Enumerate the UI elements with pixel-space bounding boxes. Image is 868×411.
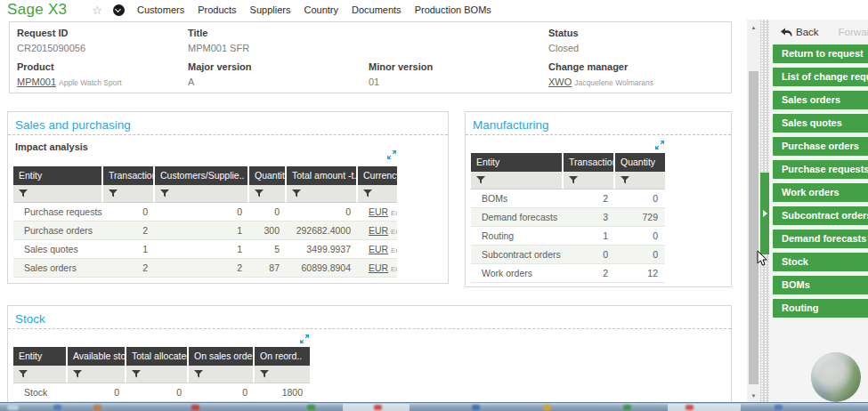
expand-icon[interactable] (386, 149, 397, 162)
cell-transactions: 2 (564, 264, 615, 283)
product-name: Apple Watch Sport (59, 78, 122, 87)
stock-table: Entity Available sto.. Total allocated O… (13, 347, 310, 402)
change-manager-label: Change manager (548, 61, 727, 72)
nav-item-production-boms[interactable]: Production BOMs (415, 4, 491, 15)
currency-link[interactable]: EUR (369, 225, 388, 236)
cell-entity: BOMs (471, 189, 564, 208)
currency-name: Euro (391, 265, 397, 273)
filter-cell[interactable] (68, 366, 126, 383)
change-manager-code-link[interactable]: XWO (548, 77, 572, 87)
table-row[interactable]: Sales orders 2 2 87 60899.8904 EUR Euro (13, 259, 397, 278)
taskbar-app-icon[interactable] (53, 405, 61, 410)
table-row[interactable]: Subcontract orders 0 0 (471, 246, 665, 264)
filter-cell[interactable] (358, 185, 397, 203)
filter-icon (109, 189, 118, 197)
sidebar-button-demand-forecasts[interactable]: Demand forecasts (773, 230, 868, 248)
start-orb-icon[interactable] (7, 405, 19, 410)
vertical-scrollbar[interactable]: ▲ ▼ (747, 20, 760, 402)
filter-icon (160, 189, 169, 197)
product-label: Product (17, 61, 177, 72)
table-row[interactable]: Sales quotes 1 1 5 3499.9937 EUR Euro (13, 240, 397, 259)
taskbar-app-icon[interactable] (307, 405, 315, 410)
taskbar-app-icon[interactable] (685, 405, 694, 410)
field-request-id: Request ID CR2015090056 (10, 22, 181, 56)
filter-cell[interactable] (13, 366, 68, 383)
nav-item-country[interactable]: Country (304, 4, 338, 15)
forward-button[interactable]: Forward (839, 27, 868, 37)
filter-icon (73, 370, 82, 378)
nav-item-documents[interactable]: Documents (352, 4, 402, 15)
cell-entity: Sales orders (13, 259, 103, 278)
filter-cell[interactable] (103, 185, 155, 203)
taskbar-app-icon[interactable] (191, 405, 199, 410)
filter-cell[interactable] (126, 366, 189, 383)
filter-cell[interactable] (471, 172, 564, 189)
cell-entity: Routing (471, 227, 564, 246)
table-row[interactable]: Stock 0 0 0 1800 (13, 383, 310, 402)
sidebar-button-sales-quotes[interactable]: Sales quotes (773, 114, 868, 133)
expand-icon[interactable] (654, 140, 665, 152)
cell-currency: EUR Euro (358, 259, 397, 278)
col-transactions: Transactions (103, 166, 155, 185)
currency-link[interactable]: EUR (369, 244, 388, 254)
scroll-up-icon[interactable]: ▲ (747, 23, 760, 32)
title-label: Title (188, 28, 358, 38)
currency-link[interactable]: EUR (369, 206, 388, 217)
nav-item-suppliers[interactable]: Suppliers (250, 4, 291, 15)
filter-cell[interactable] (615, 172, 665, 189)
table-row[interactable]: Routing 1 0 (471, 227, 665, 246)
taskbar-app-icon[interactable] (472, 405, 480, 410)
product-code-link[interactable]: MPM001 (17, 77, 56, 87)
col-total-allocated: Total allocated (126, 347, 189, 366)
filter-cell[interactable] (249, 185, 287, 203)
expand-icon[interactable] (299, 334, 310, 346)
windows-taskbar[interactable] (0, 402, 868, 411)
cell-currency: EUR Euro (358, 203, 397, 222)
filter-cell[interactable] (255, 366, 310, 383)
filter-cell[interactable] (564, 172, 615, 189)
manufacturing-panel: Manufacturing Entity Transactions Quanti… (465, 111, 732, 287)
sidebar-button-stock[interactable]: Stock (773, 253, 868, 271)
top-nav: Sage X3 ☆ Customers Products Suppliers C… (0, 0, 868, 20)
taskbar-app-icon[interactable] (374, 405, 382, 410)
sidebar-button-return-to-request[interactable]: Return to request (773, 44, 868, 63)
nav-item-customers[interactable]: Customers (137, 4, 184, 15)
scroll-down-icon[interactable]: ▼ (747, 391, 760, 400)
table-header-row: Entity Available sto.. Total allocated O… (13, 347, 310, 366)
sidebar-button-routing[interactable]: Routing (773, 299, 868, 318)
favorite-star-icon[interactable]: ☆ (92, 4, 102, 16)
chevron-down-circle-icon[interactable] (113, 4, 125, 16)
sidebar-button-boms[interactable]: BOMs (773, 276, 868, 294)
scrollbar-thumb[interactable] (749, 71, 758, 384)
sidebar-button-subcontract-orders[interactable]: Subcontract orders (773, 206, 868, 225)
filter-cell[interactable] (155, 185, 249, 203)
taskbar-app-icon[interactable] (93, 405, 101, 410)
sidebar-button-list-of-change-requests[interactable]: List of change requests (773, 68, 868, 86)
sidebar-collapse-handle[interactable] (760, 173, 769, 254)
nav-item-products[interactable]: Products (198, 4, 236, 15)
table-row[interactable]: Demand forecasts 3 729 (471, 208, 665, 227)
filter-icon (255, 189, 264, 197)
taskbar-app-icon[interactable] (775, 405, 783, 410)
cell-total: 0 (287, 203, 358, 222)
taskbar-app-icon[interactable] (543, 405, 551, 410)
filter-icon (132, 370, 141, 378)
sidebar-button-purchase-orders[interactable]: Purchase orders (773, 137, 868, 156)
sidebar-button-purchase-requests[interactable]: Purchase requests (773, 160, 868, 179)
table-row[interactable]: Purchase requests 0 0 0 0 EUR Euro (13, 203, 397, 222)
filter-cell[interactable] (13, 185, 103, 203)
sidebar-button-work-orders[interactable]: Work orders (773, 183, 868, 202)
cell-quantity: 12 (615, 264, 665, 283)
cell-quantity: 87 (249, 259, 287, 278)
filter-cell[interactable] (189, 366, 255, 383)
currency-link[interactable]: EUR (369, 262, 388, 273)
table-row[interactable]: Purchase orders 2 1 300 292682.4000 EUR … (13, 222, 397, 240)
field-status: Status Closed (541, 22, 731, 56)
table-row[interactable]: BOMs 2 0 (471, 189, 665, 208)
sidebar-button-sales-orders[interactable]: Sales orders (773, 91, 868, 109)
taskbar-window-button[interactable] (668, 404, 741, 411)
back-button[interactable]: Back (780, 27, 819, 37)
taskbar-app-icon[interactable] (623, 405, 631, 410)
table-row[interactable]: Work orders 2 12 (471, 264, 665, 283)
filter-cell[interactable] (287, 185, 358, 203)
